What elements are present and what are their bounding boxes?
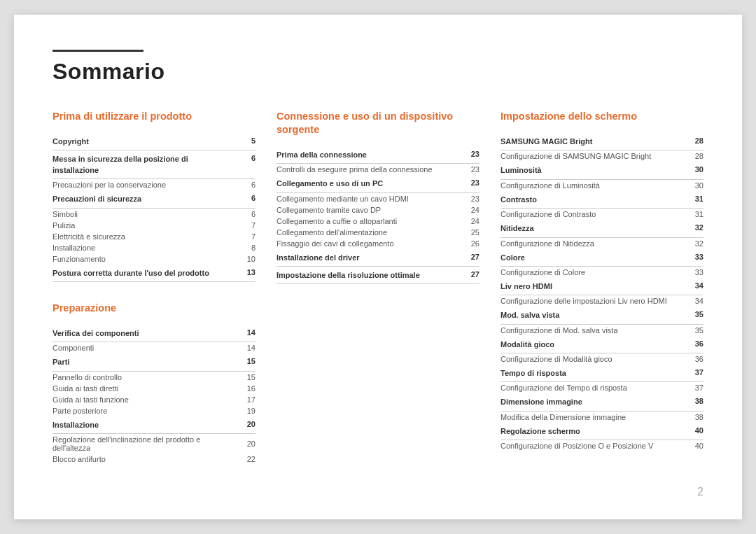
toc-sub-page-num: 33 (683, 266, 704, 278)
column-1: Prima di utilizzare il prodotto Copyrigh… (52, 110, 276, 484)
toc-label: Contrasto (500, 191, 683, 209)
toc-page-num: 13 (235, 265, 255, 282)
toc-sub-label: Configurazione di Colore (500, 266, 683, 278)
toc-sub-label: Collegamento a cuffie o altoparlanti (276, 216, 459, 227)
toc-sub-page-num: 37 (683, 382, 704, 394)
list-item: Pulizia7 (52, 220, 255, 231)
toc-sub-label: Blocco antifurto (52, 454, 235, 465)
toc-label: Impostazione della risoluzione ottimale (276, 266, 459, 283)
toc-sub-page-num: 8 (235, 242, 255, 253)
list-item: Configurazione di Modalità gioco36 (500, 353, 704, 365)
list-item: Configurazione di SAMSUNG MAGIC Bright28 (500, 150, 704, 162)
list-item: Componenti14 (52, 342, 255, 354)
toc-sub-page-num: 36 (683, 353, 704, 365)
toc-page-num: 27 (459, 266, 479, 283)
list-item: Guida ai tasti diretti16 (52, 383, 255, 394)
toc-sub-label: Configurazione di Nitidezza (500, 237, 683, 249)
section-title-col2: Connessione e uso di un dispositivo sorg… (276, 110, 479, 136)
toc-sub-label: Parte posteriore (52, 405, 235, 416)
list-item: Elettricità e sicurezza7 (52, 231, 255, 242)
toc-sub-page-num: 30 (683, 179, 704, 191)
toc-sub-page-num: 28 (683, 150, 704, 162)
toc-sub-page-num: 17 (235, 394, 255, 405)
list-item: Simboli6 (52, 208, 255, 220)
list-item: Precauzioni di sicurezza6 (52, 190, 255, 208)
list-item: Luminosità30 (500, 162, 704, 179)
toc-sub-label: Guida ai tasti diretti (52, 383, 235, 394)
toc-sub-page-num: 20 (235, 433, 255, 454)
list-item: Collegamento e uso di un PC23 (276, 175, 479, 192)
toc-page-num: 31 (683, 191, 704, 209)
toc-page-num: 32 (683, 220, 704, 237)
toc-page-num: 14 (235, 325, 255, 342)
toc-sub-page-num: 38 (683, 411, 704, 423)
toc-label: Prima della connessione (276, 146, 459, 164)
toc-sub-page-num: 19 (235, 405, 255, 416)
toc-page-num: 33 (683, 249, 704, 267)
toc-label: Installazione del driver (276, 249, 459, 267)
toc-sub-label: Funzionamento (52, 253, 235, 265)
columns: Prima di utilizzare il prodotto Copyrigh… (52, 110, 704, 484)
toc-sub-page-num: 14 (235, 342, 255, 354)
list-item: Configurazione di Luminosità30 (500, 179, 704, 191)
toc-page-num: 40 (683, 423, 704, 440)
toc-label: Installazione (52, 416, 235, 434)
toc-sub-label: Simboli (52, 208, 235, 220)
toc-sub-label: Guida ai tasti funzione (52, 394, 235, 405)
toc-label: Modalità gioco (500, 336, 683, 353)
toc-sub-page-num: 15 (235, 371, 255, 383)
list-item: Blocco antifurto22 (52, 454, 255, 465)
toc-sub-page-num: 23 (459, 192, 479, 204)
toc-label: Precauzioni di sicurezza (52, 190, 235, 208)
toc-sub-label: Configurazione di Luminosità (500, 179, 683, 191)
toc-sub-label: Configurazione di Mod. salva vista (500, 324, 683, 336)
list-item: Colore33 (500, 249, 704, 267)
toc-page-num: 5 (235, 133, 255, 150)
toc-sub-label: Configurazione di Posizione O e Posizion… (500, 440, 683, 452)
toc-sub-page-num: 40 (683, 440, 704, 452)
list-item: Installazione del driver27 (276, 249, 479, 267)
toc-label: Mod. salva vista (500, 307, 683, 324)
toc-label: Liv nero HDMI (500, 278, 683, 295)
list-item: Parte posteriore19 (52, 405, 255, 416)
toc-sub-page-num: 16 (235, 383, 255, 394)
list-item: Modalità gioco36 (500, 336, 704, 353)
list-item: Liv nero HDMI34 (500, 278, 704, 295)
list-item: Installazione20 (52, 416, 255, 434)
toc-sub-page-num: 6 (235, 179, 255, 191)
list-item: Nitidezza32 (500, 220, 704, 237)
list-item: Messa in sicurezza della posizione di in… (52, 150, 255, 179)
section-title-1: Prima di utilizzare il prodotto (52, 110, 255, 123)
section-title-2: Preparazione (52, 302, 255, 315)
list-item: Fissaggio dei cavi di collegamento26 (276, 238, 479, 249)
toc-sub-page-num: 24 (459, 216, 479, 227)
list-item: Collegamento tramite cavo DP24 (276, 204, 479, 216)
list-item: Configurazione delle impostazioni Liv ne… (500, 295, 704, 307)
toc-sub-label: Configurazione delle impostazioni Liv ne… (500, 295, 683, 307)
page-number: 2 (697, 486, 704, 498)
list-item: Funzionamento10 (52, 253, 255, 265)
list-item: Regolazione dell'inclinazione del prodot… (52, 433, 255, 454)
list-item: Guida ai tasti funzione17 (52, 394, 255, 405)
list-item: Installazione8 (52, 242, 255, 253)
toc-sub-label: Pulizia (52, 220, 235, 231)
list-item: Collegamento mediante un cavo HDMI23 (276, 192, 479, 204)
toc-label: Dimensione immagine (500, 393, 683, 411)
list-item: Prima della connessione23 (276, 146, 479, 164)
toc-sub-label: Collegamento tramite cavo DP (276, 204, 459, 216)
toc-table-1: Copyright5Messa in sicurezza della posiz… (52, 133, 255, 282)
list-item: Configurazione di Nitidezza32 (500, 237, 704, 249)
toc-sub-label: Regolazione dell'inclinazione del prodot… (52, 433, 235, 454)
toc-page-num: 27 (459, 249, 479, 267)
page: Sommario Prima di utilizzare il prodotto… (14, 15, 742, 519)
title-bar (52, 50, 144, 52)
toc-label: Nitidezza (500, 220, 683, 237)
list-item: SAMSUNG MAGIC Bright28 (500, 133, 704, 150)
toc-page-num: 37 (683, 365, 704, 382)
list-item: Configurazione di Colore33 (500, 266, 704, 278)
toc-page-num: 30 (683, 162, 704, 179)
list-item: Precauzioni per la conservazione6 (52, 179, 255, 191)
toc-sub-label: Collegamento mediante un cavo HDMI (276, 192, 459, 204)
toc-sub-label: Configurazione di Contrasto (500, 209, 683, 220)
toc-table-col2: Prima della connessione23Controlli da es… (276, 146, 479, 285)
